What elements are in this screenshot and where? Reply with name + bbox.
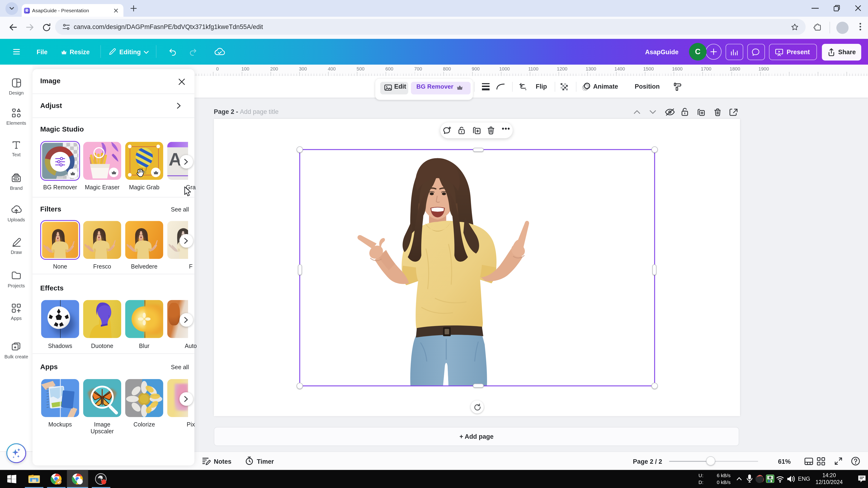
svg-text:co: co	[14, 178, 17, 180]
